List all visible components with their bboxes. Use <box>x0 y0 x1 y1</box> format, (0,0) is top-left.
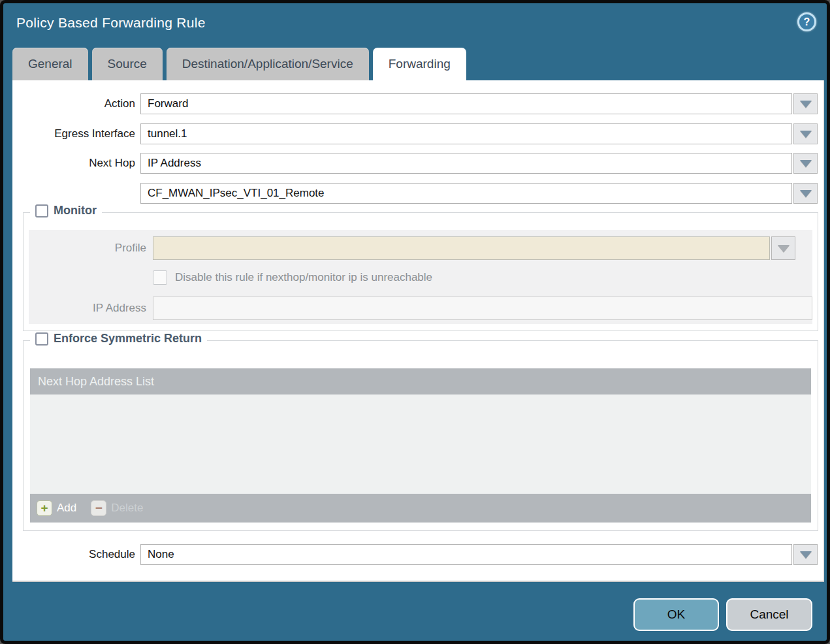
action-combo: Forward <box>140 93 818 114</box>
egress-interface-dropdown-button[interactable] <box>793 123 818 144</box>
ok-button[interactable]: OK <box>633 598 719 631</box>
help-icon[interactable]: ? <box>797 12 816 31</box>
profile-label: Profile <box>29 242 153 255</box>
disable-rule-row: Disable this rule if nexthop/monitor ip … <box>29 270 795 285</box>
profile-value <box>153 236 770 260</box>
next-hop-address-value[interactable]: CF_MWAN_IPsec_VTI_01_Remote <box>140 183 792 204</box>
dialog-title: Policy Based Forwarding Rule <box>16 15 206 31</box>
chevron-down-icon <box>800 190 812 197</box>
chevron-down-icon <box>800 551 812 558</box>
monitor-legend-label: Monitor <box>54 204 97 217</box>
next-hop-address-list-table: Next Hop Address List + Add − Delete <box>30 368 811 523</box>
enforce-symmetric-return-label: Enforce Symmetric Return <box>54 332 202 346</box>
next-hop-address-combo: CF_MWAN_IPsec_VTI_01_Remote <box>140 183 818 204</box>
profile-dropdown-button <box>771 236 795 260</box>
disable-rule-checkbox <box>153 270 167 285</box>
forwarding-tab-panel: Action Forward Egress Interface tunnel.1… <box>12 80 824 582</box>
tab-source[interactable]: Source <box>92 48 163 80</box>
action-label: Action <box>12 97 140 110</box>
monitor-legend: Monitor <box>30 204 102 217</box>
chevron-down-icon <box>800 101 812 108</box>
add-button[interactable]: + Add <box>37 500 76 516</box>
chevron-down-icon <box>778 245 790 252</box>
monitor-ip-address-input <box>153 297 812 320</box>
chevron-down-icon <box>800 131 812 138</box>
disable-rule-label: Disable this rule if nexthop/monitor ip … <box>175 271 432 284</box>
monitor-ip-address-label: IP Address <box>29 302 153 315</box>
next-hop-address-row: CF_MWAN_IPsec_VTI_01_Remote <box>12 183 818 204</box>
add-button-label: Add <box>57 502 76 515</box>
next-hop-address-dropdown-button[interactable] <box>793 183 818 204</box>
action-row: Action Forward <box>12 93 818 114</box>
minus-icon: − <box>91 500 106 516</box>
schedule-combo: None <box>140 544 818 565</box>
next-hop-row: Next Hop IP Address <box>12 153 818 174</box>
chevron-down-icon <box>800 160 812 167</box>
tab-general[interactable]: General <box>12 48 88 80</box>
egress-interface-value[interactable]: tunnel.1 <box>140 123 792 144</box>
delete-button-label: Delete <box>111 502 143 515</box>
next-hop-type-dropdown-button[interactable] <box>793 153 818 174</box>
tab-destination-application-service[interactable]: Destination/Application/Service <box>167 48 369 80</box>
pbf-rule-dialog: Policy Based Forwarding Rule ? General S… <box>0 0 830 644</box>
monitor-fieldset-body: Profile Disable this rule if nexthop/mon… <box>29 230 812 324</box>
enforce-symmetric-return-fieldset: Enforce Symmetric Return Next Hop Addres… <box>23 340 818 531</box>
schedule-dropdown-button[interactable] <box>793 544 818 565</box>
profile-combo <box>153 236 795 260</box>
enforce-symmetric-return-checkbox[interactable] <box>35 332 48 346</box>
next-hop-type-combo: IP Address <box>140 153 818 174</box>
next-hop-address-list-header: Next Hop Address List <box>30 368 811 394</box>
profile-row: Profile <box>29 236 795 260</box>
schedule-label: Schedule <box>12 548 140 561</box>
action-dropdown-button[interactable] <box>793 93 818 114</box>
next-hop-address-list-toolbar: + Add − Delete <box>30 494 811 523</box>
next-hop-label: Next Hop <box>12 157 140 170</box>
schedule-row: Schedule None <box>12 544 818 565</box>
next-hop-type-value[interactable]: IP Address <box>140 153 792 174</box>
plus-icon: + <box>37 500 52 516</box>
enforce-symmetric-return-legend: Enforce Symmetric Return <box>30 332 207 346</box>
monitor-fieldset: Monitor Profile Disable this rule if ne <box>23 212 818 331</box>
monitor-ip-address-row: IP Address <box>29 297 812 320</box>
cancel-button[interactable]: Cancel <box>726 598 812 631</box>
schedule-value[interactable]: None <box>140 544 792 565</box>
action-value[interactable]: Forward <box>140 93 792 114</box>
tab-forwarding[interactable]: Forwarding <box>373 48 466 80</box>
egress-interface-combo: tunnel.1 <box>140 123 818 144</box>
delete-button: − Delete <box>91 500 143 516</box>
egress-interface-label: Egress Interface <box>12 127 140 140</box>
egress-interface-row: Egress Interface tunnel.1 <box>12 123 818 144</box>
tab-bar: General Source Destination/Application/S… <box>12 48 470 80</box>
monitor-checkbox[interactable] <box>35 204 48 217</box>
next-hop-address-list-body[interactable] <box>30 394 811 494</box>
